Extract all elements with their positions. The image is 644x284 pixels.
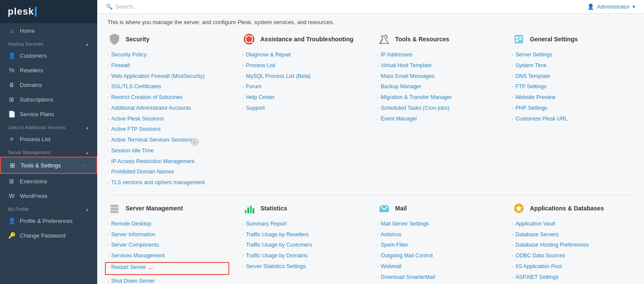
link-security-3[interactable]: SSL/TLS Certificates — [108, 82, 229, 91]
link-general-4[interactable]: Website Preview — [512, 93, 634, 102]
link-server-management-4[interactable]: Restart Server ← — [105, 262, 229, 275]
sidebar-section-profile[interactable]: My Profile ▲ — [0, 203, 97, 213]
link-statistics-2[interactable]: Traffic Usage by Customers — [242, 241, 364, 250]
sidebar-item-customers[interactable]: 👤 Customers — [0, 48, 97, 63]
sidebar-home-label: Home — [20, 28, 35, 34]
link-mail-3[interactable]: Outgoing Mail Control — [377, 251, 499, 260]
link-security-12[interactable]: TLS versions and ciphers management — [108, 178, 229, 187]
svg-rect-9 — [519, 39, 522, 40]
link-statistics-3[interactable]: Traffic Usage by Domains — [242, 251, 364, 260]
section-header-assistance: Assistance and Troubleshooting — [242, 32, 364, 46]
hosting-section-label: Hosting Services — [8, 41, 43, 46]
link-general-2[interactable]: DNS Template — [512, 72, 634, 81]
user-info[interactable]: 👤 Administrator ▾ — [587, 3, 635, 10]
link-assistance-5[interactable]: Support — [242, 104, 364, 113]
link-applications-0[interactable]: Application Vault — [512, 219, 634, 228]
link-mail-2[interactable]: Spam Filter — [377, 241, 499, 250]
links-section-label: Links to Additional Services — [8, 125, 65, 130]
sidebar-item-home[interactable]: ⌂ Home — [0, 23, 97, 38]
link-server-management-1[interactable]: Server Information — [108, 230, 229, 239]
link-tools-4[interactable]: Migration & Transfer Manager — [377, 93, 499, 102]
process-list-label: Process List — [20, 136, 50, 142]
sidebar-item-profile-preferences[interactable]: 👤 Profile & Preferences — [0, 213, 97, 228]
link-mail-5[interactable]: Download SmarterMail — [377, 273, 499, 282]
link-general-1[interactable]: System Time — [512, 61, 634, 70]
link-statistics-1[interactable]: Traffic Usage by Resellers — [242, 230, 364, 239]
sidebar-item-process-list[interactable]: ≡ Process List — [0, 132, 97, 146]
resellers-label: Resellers — [20, 67, 43, 74]
sidebar-section-links[interactable]: Links to Additional Services ▲ — [0, 121, 97, 132]
link-mail-0[interactable]: Mail Server Settings — [377, 219, 499, 228]
link-security-4[interactable]: Restrict Creation of Subzones — [108, 93, 229, 102]
link-server-management-5[interactable]: Shut Down Server — [108, 277, 229, 284]
sidebar-collapse-button[interactable]: ‹ — [191, 138, 199, 146]
link-security-11[interactable]: Prohibited Domain Names — [108, 167, 229, 176]
link-security-8[interactable]: Active Terminal Services Sessions — [108, 136, 229, 145]
sidebar-section-server[interactable]: Server Management ▲ — [0, 146, 97, 157]
link-statistics-4[interactable]: Server Statistics Settings — [242, 262, 364, 271]
link-applications-2[interactable]: Database Hosting Preferences — [512, 241, 634, 250]
sidebar-item-extensions[interactable]: ⊞ Extensions — [0, 174, 97, 188]
link-assistance-4[interactable]: Help Center — [242, 93, 364, 102]
page-description: This is where you manage the server, and… — [108, 14, 634, 32]
link-assistance-2[interactable]: MySQL Process List (Beta) — [242, 72, 364, 81]
link-assistance-0[interactable]: Diagnose & Repair — [242, 50, 364, 59]
sidebar-item-wordpress[interactable]: W WordPress — [0, 188, 97, 203]
user-name: Administrator — [597, 3, 630, 10]
topbar: 🔍 Search... 👤 Administrator ▾ — [97, 0, 644, 14]
link-tools-3[interactable]: Backup Manager — [377, 82, 499, 91]
link-applications-5[interactable]: ASP.NET Settings — [512, 273, 634, 282]
svg-rect-15 — [247, 207, 249, 213]
sidebar-item-service-plans[interactable]: 📄 Service Plans — [0, 107, 97, 121]
link-applications-1[interactable]: Database Servers — [512, 230, 634, 239]
service-plans-icon: 📄 — [8, 111, 15, 117]
section-header-mail: Mail — [377, 201, 499, 215]
link-security-7[interactable]: Active FTP Sessions — [108, 125, 229, 134]
logo-text: plesk — [8, 6, 34, 17]
link-statistics-0[interactable]: Summary Report — [242, 219, 364, 228]
link-security-0[interactable]: Security Policy — [108, 50, 229, 59]
section-icon-mail — [377, 201, 391, 215]
link-mail-4[interactable]: Webmail — [377, 262, 499, 271]
link-general-6[interactable]: Customize Plesk URL — [512, 114, 634, 123]
sidebar-item-subscriptions[interactable]: ⊞ Subscriptions — [0, 92, 97, 107]
sidebar-section-hosting[interactable]: Hosting Services ▲ — [0, 38, 97, 48]
link-general-0[interactable]: Server Settings — [512, 50, 634, 59]
link-mail-1[interactable]: Antivirus — [377, 230, 499, 239]
bottom-sections-grid: Server ManagementRemote DesktopServer In… — [108, 201, 634, 284]
link-applications-3[interactable]: ODBC Data Sources — [512, 251, 634, 260]
subscriptions-icon: ⊞ — [8, 96, 15, 103]
link-security-9[interactable]: Session Idle Time — [108, 146, 229, 155]
section-mail: MailMail Server SettingsAntivirusSpam Fi… — [377, 201, 499, 284]
home-icon: ⌂ — [8, 27, 15, 34]
link-security-10[interactable]: IP Access Restriction Management — [108, 157, 229, 166]
section-icon-server-management — [108, 201, 121, 215]
service-plans-label: Service Plans — [20, 111, 54, 117]
link-tools-6[interactable]: Event Manager — [377, 114, 499, 123]
link-tools-0[interactable]: IP Addresses — [377, 50, 499, 59]
search-icon: 🔍 — [106, 3, 113, 10]
link-applications-4[interactable]: IIS Application Pool — [512, 262, 634, 271]
link-general-3[interactable]: FTP Settings — [512, 82, 634, 91]
link-security-5[interactable]: Additional Administrator Accounts — [108, 104, 229, 113]
sidebar-item-resellers[interactable]: % Resellers — [0, 63, 97, 77]
link-tools-5[interactable]: Scheduled Tasks (Cron jobs) — [377, 104, 499, 113]
link-server-management-2[interactable]: Server Components — [108, 241, 229, 250]
section-header-tools: Tools & Resources — [377, 32, 499, 46]
link-assistance-3[interactable]: Forum — [242, 82, 364, 91]
link-security-6[interactable]: Active Plesk Sessions — [108, 114, 229, 123]
link-server-management-3[interactable]: Services Management — [108, 251, 229, 260]
link-general-5[interactable]: PHP Settings — [512, 104, 634, 113]
sidebar-item-change-password[interactable]: 🔑 Change Password — [0, 228, 97, 243]
link-tools-1[interactable]: Virtual Host Template — [377, 61, 499, 70]
link-assistance-1[interactable]: Process List — [242, 61, 364, 70]
customers-label: Customers — [20, 52, 47, 59]
sidebar-item-tools-settings[interactable]: ⊞ Tools & Settings ← — [0, 157, 97, 174]
link-tools-2[interactable]: Mass Email Messages — [377, 72, 499, 81]
link-security-1[interactable]: Firewall — [108, 61, 229, 70]
extensions-label: Extensions — [20, 178, 47, 185]
link-server-management-0[interactable]: Remote Desktop — [108, 219, 229, 228]
sidebar-item-domains[interactable]: 🖥 Domains — [0, 77, 97, 92]
link-security-2[interactable]: Web Application Firewall (ModSecurity) — [108, 72, 229, 81]
search-container[interactable]: 🔍 Search... — [106, 3, 138, 10]
